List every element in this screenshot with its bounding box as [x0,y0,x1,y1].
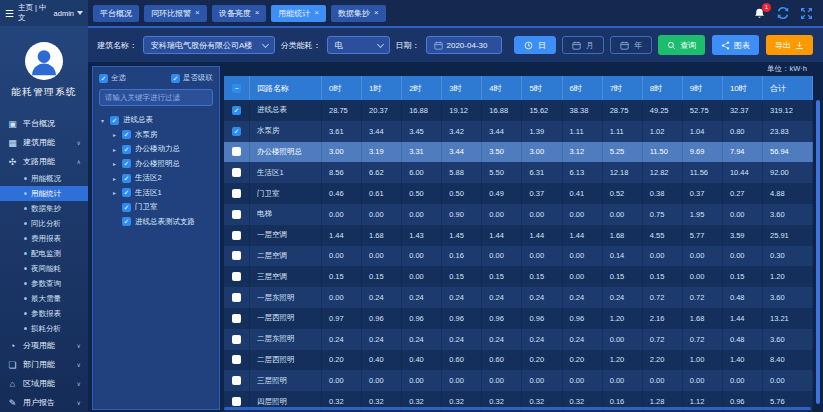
granularity-button[interactable]: 月 [562,36,604,54]
row-checkbox[interactable] [232,355,241,364]
sidebar-item[interactable]: 用能统计 [0,186,88,201]
cascade-toggle[interactable]: ✓ 是否级联 [171,73,213,83]
row-checkbox[interactable] [232,189,241,198]
row-checkbox[interactable] [232,335,241,344]
table-row[interactable]: 一层东照明0.000.240.240.240.240.240.240.240.7… [224,287,813,308]
tree-checkbox[interactable]: ✓ [122,188,131,197]
tab[interactable]: 用能统计× [271,5,326,22]
table-row[interactable]: 三层空调0.150.150.000.150.150.150.000.150.15… [224,266,813,287]
table-row[interactable]: 二层西照明0.200.400.400.600.600.200.201.202.2… [224,350,813,371]
close-tab-icon[interactable]: × [314,9,319,17]
row-checkbox[interactable] [232,272,241,281]
close-tab-icon[interactable]: × [255,9,260,17]
select-all-checkbox[interactable]: ✓ [99,74,108,83]
sidebar-group[interactable]: ▦建筑用能∨ [0,133,88,152]
cascade-checkbox[interactable]: ✓ [171,74,180,83]
tree-checkbox[interactable]: ✓ [122,174,131,183]
tab[interactable]: 平台概况 [93,5,139,22]
select-all-rows-checkbox[interactable]: − [232,84,241,93]
sidebar-item[interactable]: 数据集抄 [0,201,88,216]
sidebar-group[interactable]: ❏部门用能∨ [0,355,88,374]
tree-node[interactable]: ▸✓办公楼动力总 [99,142,213,157]
user-menu[interactable]: admin [54,9,83,18]
tree-node[interactable]: ▸✓生活区2 [99,171,213,186]
sidebar-item[interactable]: 参数报表 [0,306,88,321]
close-tab-icon[interactable]: × [374,9,379,17]
row-checkbox[interactable]: ✓ [232,127,241,136]
sidebar-group[interactable]: ✣支路用能∧ [0,152,88,171]
table-row[interactable]: 门卫室0.460.610.500.500.490.370.410.520.380… [224,183,813,204]
caret-right-icon[interactable]: ▸ [111,189,118,196]
export-button[interactable]: 导出 [766,35,813,55]
hamburger-icon[interactable]: ☰ [5,8,14,19]
caret-down-icon[interactable]: ▾ [99,117,106,124]
row-checkbox[interactable] [232,231,241,240]
tree-node[interactable]: ▸✓办公楼照明总 [99,157,213,172]
tree-filter-input[interactable] [99,89,213,106]
sidebar-group[interactable]: ▣平台概况 [0,114,88,133]
tab[interactable]: 数据集抄× [331,5,386,22]
row-checkbox[interactable] [232,210,241,219]
tree-checkbox[interactable]: ✓ [122,159,131,168]
category-select[interactable]: 电 [327,36,390,54]
table-row[interactable]: ✓进线总表28.7520.3716.8819.1216.8815.6238.38… [224,100,813,121]
tree-node[interactable]: ✓门卫室 [99,200,213,215]
caret-right-icon[interactable]: ▸ [111,146,118,153]
tree-node[interactable]: ✓进线总表测试支路 [99,215,213,230]
horizontal-scrollbar[interactable] [224,407,811,410]
row-checkbox[interactable]: ✓ [232,106,241,115]
date-input[interactable]: 2020-04-30 [426,36,502,54]
tree-node-root[interactable]: ▾✓进线总表 [99,113,213,128]
caret-right-icon[interactable]: ▸ [111,175,118,182]
table-row[interactable]: ✓水泵房3.613.443.453.423.441.391.111.111.02… [224,121,813,142]
sidebar-item[interactable]: 配电监测 [0,246,88,261]
table-row[interactable]: 办公楼照明总3.003.193.313.443.503.003.125.2511… [224,142,813,163]
row-checkbox[interactable] [232,376,241,385]
table-row[interactable]: 二层空调0.000.000.000.160.000.000.000.140.00… [224,246,813,267]
table-row[interactable]: 一层空调1.441.681.431.451.441.441.441.684.55… [224,225,813,246]
tree-checkbox[interactable]: ✓ [122,203,131,212]
sidebar-item[interactable]: 损耗分析 [0,321,88,336]
table-row[interactable]: 二层东照明0.240.240.240.240.240.240.240.000.7… [224,329,813,350]
sidebar-item[interactable]: 同比分析 [0,216,88,231]
table-row[interactable]: 一层西照明0.970.960.960.960.960.960.961.202.1… [224,308,813,329]
sidebar-group[interactable]: ✎用户报告∨ [0,393,88,412]
sidebar-item[interactable]: 最大需量 [0,291,88,306]
select-all-toggle[interactable]: ✓ 全选 [99,73,126,83]
row-checkbox[interactable] [232,293,241,302]
sidebar-item[interactable]: 用能概况 [0,171,88,186]
tree-checkbox[interactable]: ✓ [122,217,131,226]
tree-checkbox[interactable]: ✓ [110,116,119,125]
sidebar-item[interactable]: 夜间能耗 [0,261,88,276]
sidebar-item[interactable]: 参数查询 [0,276,88,291]
sidebar-group[interactable]: ⌂区域用能∨ [0,374,88,393]
caret-right-icon[interactable]: ▸ [111,131,118,138]
row-checkbox[interactable] [232,397,241,406]
table-row[interactable]: 电梯0.000.000.000.900.000.000.000.000.751.… [224,204,813,225]
home-language-link[interactable]: 主页 | 中文 [18,3,50,23]
tree-node[interactable]: ▸✓水泵房 [99,128,213,143]
granularity-button[interactable]: 日 [514,36,556,54]
refresh-icon[interactable] [776,6,790,20]
table-row[interactable]: 三层照明0.000.000.000.000.000.000.000.000.00… [224,370,813,391]
row-checkbox[interactable] [232,147,241,156]
vertical-scrollbar[interactable] [816,100,820,404]
tab[interactable]: 设备亮度× [212,5,267,22]
notification-bell-icon[interactable]: 1 [753,7,766,20]
granularity-button[interactable]: 年 [610,36,652,54]
tree-checkbox[interactable]: ✓ [122,130,131,139]
row-checkbox[interactable] [232,251,241,260]
tree-checkbox[interactable]: ✓ [122,145,131,154]
query-button[interactable]: 查询 [658,35,705,55]
tab[interactable]: 同环比报警× [144,5,207,22]
caret-right-icon[interactable]: ▸ [111,160,118,167]
sidebar-item[interactable]: 费用报表 [0,231,88,246]
building-select[interactable]: 安科瑞电气股份有限公司A楼 [143,36,275,54]
row-checkbox[interactable] [232,168,241,177]
chart-button[interactable]: 图表 [712,35,759,55]
row-checkbox[interactable] [232,314,241,323]
table-row[interactable]: 生活区18.566.626.005.885.506.316.1312.1812.… [224,162,813,183]
close-tab-icon[interactable]: × [195,9,200,17]
fullscreen-icon[interactable] [800,7,813,20]
sidebar-group[interactable]: ◔分项用能∨ [0,336,88,355]
